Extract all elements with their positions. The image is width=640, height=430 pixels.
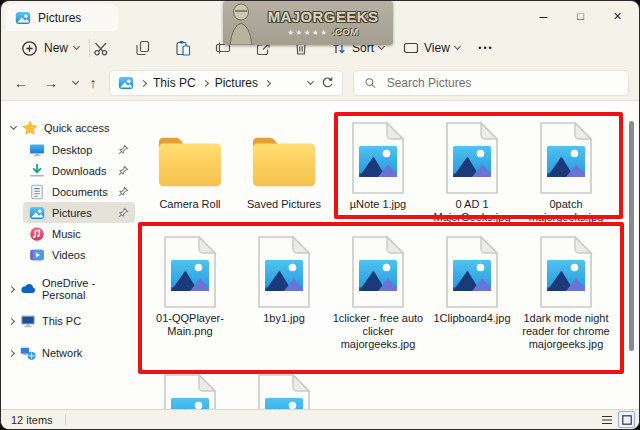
chevron-right-icon[interactable] bbox=[8, 285, 15, 292]
file-item[interactable]: 0 AD 1 MajorGeeks.jpg bbox=[425, 117, 519, 224]
file-item[interactable]: 1clicker - free auto clicker majorgeeks.… bbox=[331, 231, 425, 351]
chevron-down-icon[interactable] bbox=[10, 123, 17, 130]
documents-icon bbox=[29, 184, 45, 200]
chevron-right-icon[interactable] bbox=[202, 79, 209, 86]
cut-button[interactable] bbox=[85, 36, 117, 60]
item-label: Camera Roll bbox=[159, 198, 220, 211]
item-label: µNote 1.jpg bbox=[350, 198, 406, 211]
scrollbar-thumb[interactable] bbox=[629, 121, 634, 351]
view-icon bbox=[403, 40, 419, 56]
quick-access-label: Quick access bbox=[44, 122, 109, 134]
sidebar-item-label: Documents bbox=[52, 186, 108, 198]
sidebar-item-desktop[interactable]: Desktop bbox=[23, 139, 135, 160]
item-count: 12 items bbox=[11, 414, 53, 426]
status-bar: 12 items bbox=[1, 409, 639, 429]
sidebar-item-this-pc[interactable]: This PC bbox=[1, 309, 141, 333]
sidebar-item-label: OneDrive - Personal bbox=[42, 277, 141, 301]
pin-icon bbox=[118, 207, 129, 218]
image-file-icon bbox=[253, 373, 315, 409]
paste-button[interactable] bbox=[167, 36, 199, 60]
copy-button[interactable] bbox=[127, 36, 159, 60]
majorgeeks-mascot-icon bbox=[223, 1, 259, 45]
back-button[interactable]: ← bbox=[9, 71, 33, 95]
vertical-scrollbar[interactable] bbox=[628, 103, 636, 407]
sidebar-item-network[interactable]: Network bbox=[1, 341, 141, 365]
file-explorer-window: Pictures – □ × New bbox=[0, 0, 640, 430]
item-label: 0 AD 1 MajorGeeks.jpg bbox=[426, 198, 518, 224]
breadcrumb-pictures[interactable]: Pictures bbox=[215, 76, 258, 90]
majorgeeks-watermark: MAJORGEEKS ★★★★★ .COM bbox=[223, 1, 393, 45]
image-file-icon bbox=[159, 373, 221, 409]
minimize-button[interactable]: – bbox=[525, 2, 562, 30]
sidebar-item-downloads[interactable]: Downloads bbox=[23, 160, 135, 181]
desktop-icon bbox=[29, 142, 45, 158]
details-view-toggle[interactable] bbox=[598, 411, 615, 428]
sidebar-item-music[interactable]: Music bbox=[23, 223, 135, 244]
pin-icon bbox=[118, 165, 129, 176]
sidebar-item-documents[interactable]: Documents bbox=[23, 181, 135, 202]
forward-button[interactable]: → bbox=[39, 71, 63, 95]
maximize-button[interactable]: □ bbox=[562, 2, 599, 30]
refresh-icon[interactable] bbox=[320, 76, 334, 90]
breadcrumb[interactable]: This PC Pictures bbox=[109, 70, 343, 96]
sidebar-item-onedrive[interactable]: OneDrive - Personal bbox=[1, 277, 141, 301]
navigation-pane: Quick access Desktop Downloads Documents… bbox=[1, 101, 141, 409]
address-bar: ← → ↑ This PC Pictures bbox=[1, 65, 639, 101]
paste-icon bbox=[175, 40, 191, 56]
see-more-button[interactable]: ••• bbox=[471, 36, 501, 60]
sidebar-item-label: Downloads bbox=[52, 165, 106, 177]
breadcrumb-this-pc[interactable]: This PC bbox=[153, 76, 196, 90]
pin-icon bbox=[118, 186, 129, 197]
sidebar-item-label: Music bbox=[52, 228, 81, 240]
sidebar-item-label: Pictures bbox=[52, 207, 92, 219]
chevron-down-icon bbox=[454, 43, 461, 50]
file-item[interactable]: 01-QQPlayer-Main.png bbox=[143, 231, 237, 351]
file-item[interactable]: 0patch majorgeeks.jpg bbox=[519, 117, 613, 224]
pin-icon bbox=[118, 144, 129, 155]
star-icon bbox=[22, 120, 38, 136]
image-file-icon bbox=[347, 121, 409, 195]
file-item[interactable]: 1dark mode night reader for chrome major… bbox=[519, 231, 613, 351]
sidebar-item-quick-access[interactable]: Quick access bbox=[1, 117, 141, 139]
new-button[interactable]: New bbox=[13, 35, 87, 61]
image-file-icon bbox=[253, 235, 315, 309]
new-button-label: New bbox=[44, 41, 68, 55]
pictures-icon bbox=[118, 75, 134, 91]
file-item[interactable] bbox=[143, 369, 237, 409]
folder-icon bbox=[155, 133, 225, 191]
sidebar-item-label: This PC bbox=[42, 315, 81, 327]
scissors-icon bbox=[93, 40, 110, 57]
sidebar-item-label: Videos bbox=[52, 249, 85, 261]
image-file-icon bbox=[159, 235, 221, 309]
chevron-right-icon[interactable] bbox=[8, 349, 15, 356]
folder-item[interactable]: Camera Roll bbox=[143, 117, 237, 224]
chevron-right-icon[interactable] bbox=[264, 79, 271, 86]
large-icons-view-toggle[interactable] bbox=[618, 411, 635, 428]
list-view-icon bbox=[601, 414, 613, 426]
file-item[interactable] bbox=[237, 369, 331, 409]
file-item[interactable]: 1Clipboard4.jpg bbox=[425, 231, 519, 351]
items-row-3 bbox=[143, 369, 331, 409]
explorer-tab[interactable]: Pictures bbox=[6, 4, 118, 31]
network-icon bbox=[20, 345, 36, 361]
item-label: 1by1.jpg bbox=[263, 312, 305, 325]
close-button[interactable]: × bbox=[599, 2, 636, 30]
tab-title: Pictures bbox=[38, 11, 81, 25]
chevron-right-icon[interactable] bbox=[140, 79, 147, 86]
image-file-icon bbox=[535, 235, 597, 309]
chevron-right-icon[interactable] bbox=[8, 317, 15, 324]
item-label: 1Clipboard4.jpg bbox=[433, 312, 510, 325]
sidebar-item-label: Network bbox=[42, 347, 82, 359]
address-dropdown-icon[interactable] bbox=[307, 78, 314, 85]
file-item[interactable]: µNote 1.jpg bbox=[331, 117, 425, 224]
sidebar-item-videos[interactable]: Videos bbox=[23, 244, 135, 265]
downloads-icon bbox=[29, 163, 45, 179]
folder-item[interactable]: Saved Pictures bbox=[237, 117, 331, 224]
view-button[interactable]: View bbox=[397, 35, 466, 61]
file-item[interactable]: 1by1.jpg bbox=[237, 231, 331, 351]
search-input[interactable] bbox=[385, 75, 618, 91]
image-file-icon bbox=[441, 235, 503, 309]
sidebar-item-pictures[interactable]: Pictures bbox=[23, 202, 135, 223]
up-button[interactable]: ↑ bbox=[81, 71, 105, 95]
search-box[interactable] bbox=[353, 70, 629, 96]
